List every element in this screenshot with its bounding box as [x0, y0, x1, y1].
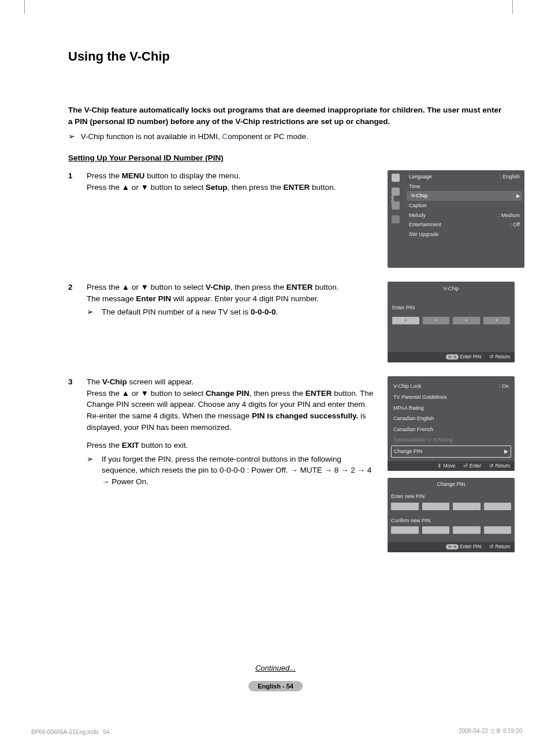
- osd-row-downloadable: Downloadable U.S.Rating: [391, 435, 511, 446]
- osd-vchip-menu: V-Chip Lock: On TV Parental Guidelines M…: [388, 376, 515, 471]
- chevron-right-icon: ▶: [504, 448, 508, 455]
- osd-label: Enter PIN: [391, 303, 511, 317]
- osd-row-melody: Melody: Medium: [404, 211, 524, 220]
- pin-box[interactable]: *: [423, 317, 450, 324]
- chevron-right-icon: ▶: [516, 193, 520, 199]
- pin-box[interactable]: [391, 503, 419, 510]
- pin-box[interactable]: *: [483, 317, 511, 324]
- crop-mark: [512, 0, 513, 14]
- osd-label: Enter new PIN.: [391, 492, 511, 503]
- osd-row-time: Time: [404, 182, 524, 192]
- osd-label: Confirm new PIN.: [391, 516, 511, 527]
- step-2: 2 Press the ▲ or ▼ button to select V-Ch…: [68, 282, 377, 318]
- footer-left: BP68-00666A-01Eng.indb 54: [31, 729, 110, 735]
- osd-row-mpaa: MPAA Rating: [391, 403, 511, 414]
- attachment-icon: [392, 201, 400, 209]
- osd-row-changepin[interactable]: Change PIN▶: [391, 446, 511, 458]
- pin-box[interactable]: [453, 526, 481, 534]
- osd-title: Change PIN: [391, 480, 511, 492]
- osd-row-swupgrade: SW Upgrade: [404, 230, 524, 239]
- pin-box[interactable]: [422, 526, 450, 534]
- osd-row-language: Language: English: [404, 172, 524, 182]
- page-title: Using the V-Chip: [68, 49, 508, 64]
- step-3: 3 The V-Chip screen will appear. Press t…: [68, 376, 377, 487]
- osd-change-pin: Change PIN Enter new PIN. Confirm new PI…: [388, 478, 515, 552]
- pin-box[interactable]: *: [453, 317, 480, 324]
- osd-row-caption: Caption: [404, 201, 524, 211]
- osd-row-entertainment: Entertainment: Off: [404, 220, 524, 230]
- osd-row-vchiplock: V-Chip Lock: On: [391, 381, 511, 392]
- digits-pill: 0~9: [446, 354, 459, 360]
- gear-icon: [392, 188, 400, 196]
- osd-row-vchip[interactable]: V-Chip▶: [407, 191, 522, 201]
- pin-box[interactable]: [484, 526, 512, 534]
- return-icon: ↺: [489, 544, 494, 549]
- crop-mark: [24, 0, 25, 14]
- section-subtitle: Setting Up Your Personal ID Number (PIN): [68, 154, 508, 162]
- osd-setup-menu: Setup Language: English Time V-Chip▶ Cap…: [388, 170, 524, 268]
- move-icon: ⇕: [437, 463, 442, 469]
- note-line: ➢ V-Chip function is not available in HD…: [68, 132, 508, 141]
- osd-enter-pin: V-Chip Enter PIN * * * * 0~9 Enter PIN ↺…: [388, 282, 515, 362]
- osd-row-tvparental: TV Parental Guidelines: [391, 392, 511, 403]
- pin-box[interactable]: [422, 503, 450, 510]
- osd-row-can-en: Canadian English: [391, 413, 511, 424]
- continued-label: Continued...: [0, 664, 551, 672]
- arrow-icon: ➢: [68, 132, 79, 141]
- pin-box[interactable]: [484, 503, 512, 510]
- page-number-pill: English - 54: [248, 681, 303, 691]
- pin-box[interactable]: [453, 503, 481, 510]
- osd-row-can-fr: Canadian French: [391, 424, 511, 435]
- pin-box[interactable]: [391, 526, 419, 534]
- step-1: 1 Press the MENU button to display the m…: [68, 170, 377, 193]
- arrow-icon: ➢: [87, 306, 97, 318]
- pin-box[interactable]: *: [392, 317, 419, 324]
- envelope-icon: [392, 215, 400, 223]
- intro-paragraph: The V-Chip feature automatically locks o…: [68, 104, 508, 127]
- digits-pill: 0~9: [446, 544, 459, 549]
- osd-title: V-Chip: [391, 284, 511, 303]
- enter-icon: ⏎: [463, 463, 468, 469]
- arrow-icon: ➢: [87, 454, 97, 488]
- return-icon: ↺: [489, 463, 494, 469]
- tool-icon: [392, 174, 400, 182]
- footer-right: 2008-04-22 오후 8:19:20: [459, 727, 522, 735]
- return-icon: ↺: [489, 354, 494, 360]
